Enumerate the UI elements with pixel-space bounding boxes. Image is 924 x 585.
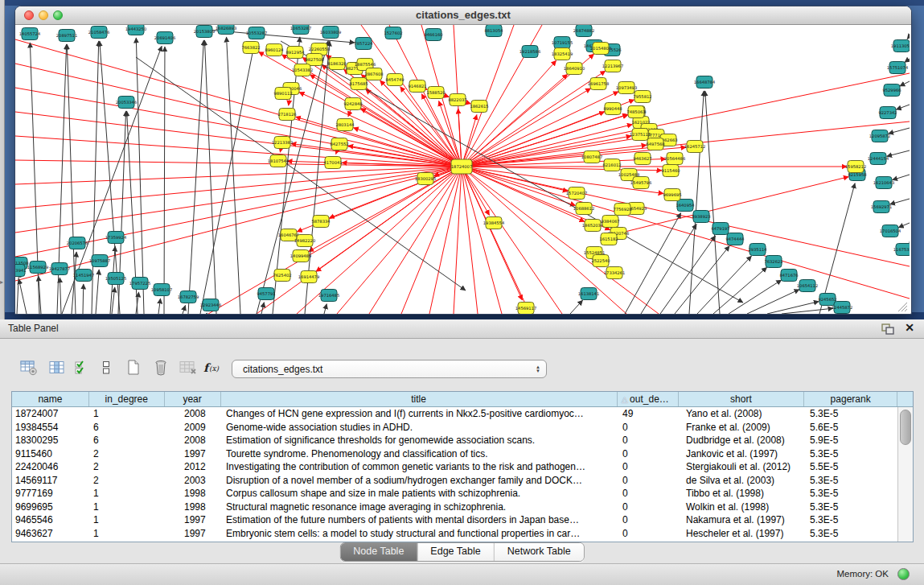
graph-node[interactable]: 9242848 xyxy=(343,98,362,110)
cell-name[interactable]: 18300295 xyxy=(12,434,89,447)
cell-name[interactable]: 9777169 xyxy=(12,487,89,501)
graph-node[interactable]: 9115460 xyxy=(661,165,680,177)
modify-table-icon[interactable] xyxy=(18,356,40,379)
cell-name[interactable]: 9115460 xyxy=(12,447,89,461)
graph-node[interactable]: 10543382 xyxy=(292,64,313,76)
graph-node[interactable]: 12213383 xyxy=(272,137,293,149)
graph-node[interactable]: 9227342 xyxy=(878,107,897,119)
citation-edge-red[interactable] xyxy=(15,167,462,281)
close-panel-icon[interactable]: ✕ xyxy=(905,321,914,334)
graph-node[interactable]: 1615182 xyxy=(599,233,618,245)
cell-short[interactable]: Wolkin et al. (1998) xyxy=(680,501,806,514)
graph-node[interactable]: 20564486 xyxy=(664,153,685,165)
cell-out_de[interactable]: 0 xyxy=(618,513,680,527)
graph-node[interactable]: 12444154 xyxy=(868,153,889,165)
graph-node[interactable]: 9457791 xyxy=(257,288,275,300)
cell-name[interactable]: 9463627 xyxy=(12,527,89,541)
graph-node[interactable]: 9146821 xyxy=(408,80,426,93)
cell-pagerank[interactable]: 5.3E-5 xyxy=(806,527,899,541)
row-height-icon[interactable] xyxy=(95,356,117,379)
cell-pagerank[interactable]: 5.3E-5 xyxy=(806,501,899,514)
citation-edge-black[interactable] xyxy=(17,272,18,314)
graph-node[interactable]: 8427552 xyxy=(330,138,348,150)
graph-node[interactable]: 12213967 xyxy=(602,60,623,72)
citation-edge-red[interactable] xyxy=(462,167,910,299)
table-row[interactable]: 1456911722003Disruption of a novel membe… xyxy=(12,474,913,488)
graph-node[interactable]: 2935114 xyxy=(748,244,767,256)
graph-node[interactable]: 10553287 xyxy=(246,27,267,39)
cell-name[interactable]: 9699695 xyxy=(12,501,89,514)
cell-pagerank[interactable]: 5.3E-5 xyxy=(806,474,899,488)
graph-node[interactable]: 19218586 xyxy=(519,46,540,58)
graph-node[interactable]: 5878334 xyxy=(311,216,331,228)
citation-edge-black[interactable] xyxy=(136,38,144,314)
cell-pagerank[interactable]: 5.3E-5 xyxy=(806,513,899,527)
cell-name[interactable]: 18724007 xyxy=(12,407,89,421)
table-row[interactable]: 946362711997Embryonic stem cells: a mode… xyxy=(12,527,913,541)
graph-node[interactable]: 7756928 xyxy=(613,204,631,216)
citation-edge-red[interactable] xyxy=(462,73,910,167)
graph-node[interactable]: 8960124 xyxy=(265,44,284,56)
graph-node[interactable]: 8938923 xyxy=(692,211,710,223)
cell-title[interactable]: Disruption of a novel member of a sodium… xyxy=(221,474,618,488)
citation-edge-black[interactable] xyxy=(641,224,696,314)
new-column-icon[interactable] xyxy=(122,356,145,379)
graph-node[interactable]: 6479197 xyxy=(711,223,729,235)
cell-short[interactable]: Stergiakouli et al. (2012) xyxy=(680,460,806,474)
graph-node[interactable]: 11451947 xyxy=(73,270,94,282)
cell-title[interactable]: Estimation of the future numbers of pati… xyxy=(221,513,618,527)
graph-node[interactable]: 9384067 xyxy=(601,216,619,228)
graph-node[interactable]: 6216012 xyxy=(602,159,621,171)
graph-node[interactable]: 19384554 xyxy=(483,217,505,229)
table-row[interactable]: 1872400712008Changes of HCN gene express… xyxy=(12,407,913,421)
citation-edge-red[interactable] xyxy=(462,60,556,167)
table-row[interactable]: 1938455462009Genome-wide association stu… xyxy=(12,421,913,435)
table-row[interactable]: 1830029562008Estimation of significance … xyxy=(12,434,913,447)
citation-edge-red[interactable] xyxy=(309,167,462,252)
graph-node[interactable]: 7857224 xyxy=(354,38,373,50)
graph-node[interactable]: 14055724 xyxy=(19,28,41,40)
graph-node[interactable]: 17334261 xyxy=(604,267,625,279)
graph-node[interactable]: 14099489 xyxy=(290,250,311,262)
citation-edge-red[interactable] xyxy=(462,167,576,205)
cell-pagerank[interactable]: 5.5E-5 xyxy=(806,460,899,474)
cell-out_de[interactable]: 0 xyxy=(618,434,680,447)
citation-edge-black[interactable] xyxy=(900,81,910,86)
cell-short[interactable]: de Silva et al. (2003) xyxy=(680,474,806,488)
graph-node[interactable]: 15692971 xyxy=(871,201,892,213)
graph-node[interactable]: 20206576 xyxy=(67,237,88,249)
citation-edge-red[interactable] xyxy=(15,39,462,167)
citation-edge-black[interactable] xyxy=(905,59,910,62)
function-builder-icon[interactable]: f (x) xyxy=(201,356,224,379)
citation-edge-black[interactable] xyxy=(200,42,255,314)
citation-edge-black[interactable] xyxy=(570,300,583,314)
cell-in_degree[interactable]: 1 xyxy=(89,501,165,514)
show-column-icon[interactable] xyxy=(46,356,68,379)
table-row[interactable]: 977716911998Corpus callosum shape and si… xyxy=(12,487,913,501)
graph-node[interactable]: 9529966 xyxy=(882,84,901,97)
graph-node[interactable]: 2867608 xyxy=(364,68,383,80)
cell-in_degree[interactable]: 2 xyxy=(89,447,165,461)
cell-short[interactable]: Dudbridge et al. (2008) xyxy=(680,434,806,447)
graph-node[interactable]: 3913941 xyxy=(15,265,27,277)
table-row[interactable]: 911546021997Tourette syndrome. Phenomeno… xyxy=(12,447,913,461)
graph-node[interactable]: 16782759 xyxy=(178,291,199,303)
cell-short[interactable]: Nakamura et al. (1997) xyxy=(680,513,806,527)
citation-edge-red[interactable] xyxy=(429,167,462,314)
citation-edge-red[interactable] xyxy=(15,88,462,167)
graph-node[interactable]: 10688612 xyxy=(573,203,594,215)
citation-edge-black[interactable] xyxy=(83,284,84,314)
graph-node[interactable]: 20053346 xyxy=(116,97,137,109)
graph-node[interactable]: 10973493 xyxy=(616,82,637,94)
column-header-name[interactable]: name xyxy=(12,392,89,406)
graph-node[interactable]: 8813054 xyxy=(484,25,503,37)
citation-edge-red[interactable] xyxy=(15,112,462,167)
column-header-short[interactable]: short xyxy=(679,392,805,406)
cell-in_degree[interactable]: 6 xyxy=(89,434,165,447)
graph-node[interactable]: 9466160 xyxy=(424,29,442,41)
citation-edge-black[interactable] xyxy=(96,270,99,314)
citation-edge-red[interactable] xyxy=(15,167,462,233)
graph-node[interactable]: 18640910 xyxy=(564,63,585,75)
scrollbar-thumb[interactable] xyxy=(900,410,911,445)
graph-node[interactable]: 10975887 xyxy=(89,255,110,267)
